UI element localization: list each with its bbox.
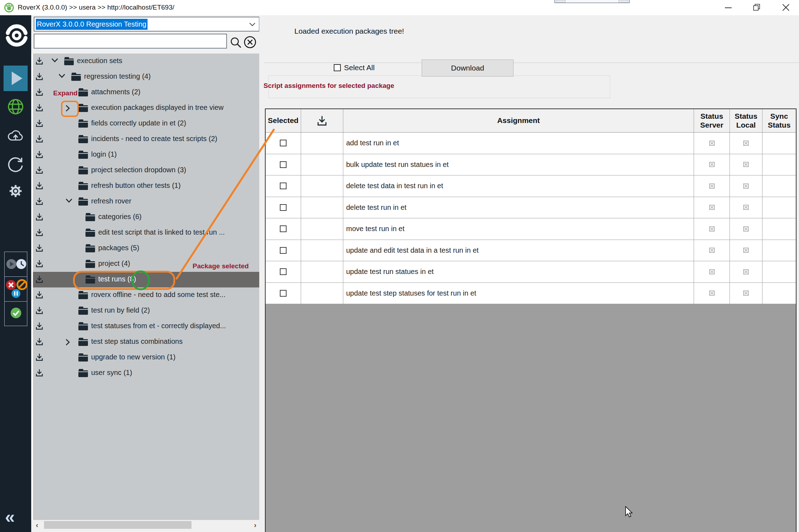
chevron-down-icon[interactable] (51, 58, 58, 62)
download-icon[interactable] (35, 150, 43, 159)
select-all-checkbox[interactable] (334, 64, 341, 71)
refresh-icon[interactable] (7, 156, 24, 172)
assignment-cell[interactable]: bulk update test run statues in et (343, 154, 694, 175)
globe-icon[interactable] (7, 99, 24, 115)
download-icon[interactable] (35, 353, 43, 362)
download-icon[interactable] (35, 275, 43, 284)
header-status-local[interactable]: StatusLocal (730, 109, 762, 132)
restore-icon (752, 3, 762, 12)
settings-gear-icon[interactable] (7, 183, 24, 199)
assignment-cell[interactable]: update and edit test data in a test run … (343, 240, 694, 261)
header-status-server[interactable]: StatusServer (694, 109, 730, 132)
tree-item[interactable]: test step status combinations (33, 334, 259, 350)
search-icon[interactable] (230, 37, 242, 49)
row-checkbox[interactable] (280, 161, 287, 168)
tree-item[interactable]: incidents - need to create test scripts … (33, 131, 259, 147)
download-icon[interactable] (35, 197, 43, 206)
download-icon[interactable] (35, 135, 43, 143)
download-icon (35, 119, 43, 128)
tree-item[interactable]: user sync (1) (33, 365, 259, 381)
folder-icon (85, 246, 95, 252)
download-icon[interactable] (35, 119, 43, 128)
tree-item[interactable]: fields correctly update in et (2) (33, 116, 259, 131)
status-pending-clock-icon (16, 259, 27, 269)
download-icon[interactable] (35, 259, 43, 268)
row-checkbox[interactable] (280, 204, 287, 211)
tree-item[interactable]: execution sets (33, 54, 259, 69)
search-input[interactable] (34, 34, 227, 49)
sync-status-cell (762, 175, 796, 197)
minimize-button[interactable] (723, 3, 733, 12)
scroll-right-arrow[interactable]: › (254, 521, 256, 529)
tree-item[interactable]: test run by field (2) (33, 303, 259, 319)
collapse-sidebar-button[interactable]: « (5, 508, 26, 526)
separator-line (264, 62, 799, 63)
tree-item[interactable]: regression testing (4) (33, 69, 259, 85)
chevron-down-icon[interactable] (66, 198, 72, 203)
row-checkbox[interactable] (280, 268, 287, 275)
chevron-right-icon[interactable] (66, 339, 70, 346)
download-icon[interactable] (35, 228, 43, 237)
row-checkbox[interactable] (280, 183, 287, 189)
assignment-cell[interactable]: move test run in et (343, 218, 694, 240)
assignment-cell[interactable]: delete test data in test run in et (343, 175, 694, 197)
tree-item[interactable]: packages (5) (33, 241, 259, 256)
tree-item[interactable]: edit test script that is linked to test … (33, 225, 259, 241)
tree-item-label: attachments (2) (91, 88, 140, 96)
download-icon[interactable] (35, 181, 43, 190)
download-button[interactable]: Download (422, 60, 514, 77)
tree-item[interactable]: categories (6) (33, 209, 259, 225)
tree-item[interactable]: refresh button other tests (1) (33, 178, 259, 194)
restore-button[interactable] (752, 3, 762, 12)
select-all-label: Select All (344, 63, 374, 72)
close-icon (781, 3, 791, 12)
tree-item[interactable]: upgrade to new version (1) (33, 350, 259, 365)
tree-item[interactable]: login (1) (33, 147, 259, 163)
cloud-upload-icon[interactable] (7, 128, 24, 144)
header-download[interactable] (301, 109, 343, 132)
download-icon[interactable] (35, 72, 43, 81)
download-icon[interactable] (35, 291, 43, 299)
download-icon[interactable] (35, 337, 43, 346)
status-local-cell (730, 261, 762, 282)
header-selected[interactable]: Selected (266, 109, 301, 132)
project-dropdown[interactable]: RoverX 3.0.0.0 Regression Testing (34, 17, 260, 32)
download-icon[interactable] (35, 57, 43, 65)
row-download-cell (301, 197, 343, 218)
tree-item[interactable]: project selection dropdown (3) (33, 163, 259, 178)
table-row: update test step statuses for test run i… (266, 283, 796, 304)
download-icon[interactable] (35, 166, 43, 174)
download-icon[interactable] (35, 244, 43, 252)
download-icon[interactable] (35, 88, 43, 96)
row-checkbox[interactable] (280, 225, 287, 232)
status-placeholder-icon (743, 141, 749, 146)
header-assignment[interactable]: Assignment (343, 109, 694, 132)
row-checkbox[interactable] (280, 140, 287, 146)
sync-status-cell (762, 240, 796, 261)
header-sync-status[interactable]: SyncStatus (762, 109, 796, 132)
assignment-cell[interactable]: add test run in et (343, 133, 694, 154)
project-dropdown-value: RoverX 3.0.0.0 Regression Testing (36, 19, 148, 30)
close-button[interactable] (781, 3, 791, 12)
download-icon[interactable] (35, 322, 43, 330)
sync-status-cell (762, 218, 796, 240)
scroll-left-arrow[interactable]: ‹ (36, 521, 38, 529)
scrollbar-thumb[interactable] (44, 521, 192, 529)
run-button[interactable] (4, 66, 28, 91)
tree-horizontal-scrollbar[interactable]: ‹ › (33, 520, 259, 530)
row-checkbox[interactable] (280, 247, 287, 254)
tree-item[interactable]: test statuses from et - correctly displa… (33, 319, 259, 334)
chevron-down-icon[interactable] (59, 74, 65, 78)
download-icon[interactable] (35, 306, 43, 315)
download-icon (317, 115, 327, 127)
assignment-cell[interactable]: delete test run in et (343, 197, 694, 218)
row-checkbox[interactable] (280, 290, 287, 297)
assignment-cell[interactable]: update test run statues in et (343, 261, 694, 282)
tree-item[interactable]: refresh rover (33, 194, 259, 209)
download-icon[interactable] (35, 369, 43, 377)
assignment-cell[interactable]: update test step statuses for test run i… (343, 283, 694, 304)
clear-search-icon[interactable] (243, 35, 257, 49)
download-icon[interactable] (35, 103, 43, 112)
status-server-cell (694, 240, 730, 261)
download-icon[interactable] (35, 213, 43, 221)
